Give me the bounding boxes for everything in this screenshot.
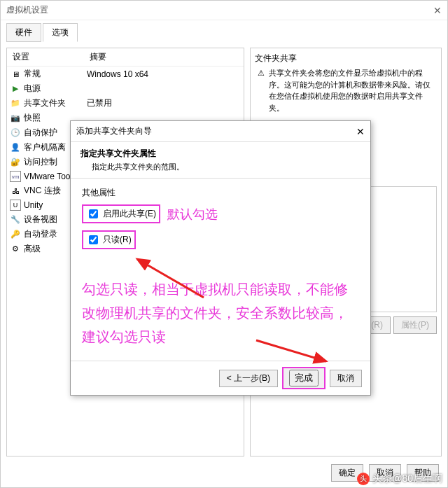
vmware-icon: vm <box>10 171 21 182</box>
wizard-body: 其他属性 启用此共享(E) 默认勾选 只读(R) 勾选只读，相当于虚拟机只能读取… <box>71 179 370 361</box>
list-item-general[interactable]: 🖥常规Windows 10 x64 <box>7 67 244 81</box>
wizard-footer: < 上一步(B) 完成 取消 <box>71 361 370 395</box>
enable-share-highlight: 启用此共享(E) <box>82 204 160 223</box>
user-icon: 👤 <box>10 142 21 153</box>
warning-icon: ⚠ <box>258 67 265 113</box>
wizard-heading: 指定共享文件夹属性 <box>80 148 360 160</box>
enable-share-checkbox[interactable]: 启用此共享(E) <box>83 206 159 222</box>
tab-options[interactable]: 选项 <box>43 23 78 42</box>
list-item-shared-folders[interactable]: 📁共享文件夹已禁用 <box>7 96 244 111</box>
tab-strip: 硬件 选项 <box>1 20 447 42</box>
wizard-title-text: 添加共享文件夹向导 <box>76 125 152 137</box>
desktop-icon: 🖥 <box>10 69 21 80</box>
properties-button[interactable]: 属性(P) <box>393 316 437 334</box>
finish-highlight: 完成 <box>282 367 326 389</box>
wizard-cancel-button[interactable]: 取消 <box>330 370 362 387</box>
window-title: 虚拟机设置 <box>6 4 48 16</box>
back-button[interactable]: < 上一步(B) <box>219 370 278 387</box>
wizard-titlebar: 添加共享文件夹向导 ✕ <box>71 121 370 142</box>
list-header: 设置 摘要 <box>7 48 244 67</box>
header-summary: 摘要 <box>84 48 244 66</box>
watermark: 头 头条@80后生啊 <box>357 473 442 485</box>
close-icon[interactable]: ✕ <box>433 5 442 16</box>
readonly-checkbox[interactable]: 只读(R) <box>83 232 134 248</box>
wrench-icon: 🔧 <box>10 214 21 225</box>
network-icon: 🖧 <box>10 186 21 197</box>
lock-icon: 🔐 <box>10 157 21 168</box>
warning-box: ⚠ 共享文件夹会将您的文件显示给虚拟机中的程序。这可能为您的计算机和数据带来风险… <box>255 67 437 113</box>
readonly-input[interactable] <box>89 235 98 244</box>
enable-share-input[interactable] <box>89 209 98 218</box>
folder-icon: 📁 <box>10 98 21 109</box>
warning-text: 共享文件夹会将您的文件显示给虚拟机中的程序。这可能为您的计算机和数据带来风险。请… <box>269 67 437 113</box>
camera-icon: 📷 <box>10 113 21 124</box>
svg-line-3 <box>256 340 326 361</box>
watermark-text: 头条@80后生啊 <box>372 473 442 485</box>
tab-hardware[interactable]: 硬件 <box>6 23 41 42</box>
unity-icon: U <box>10 200 21 211</box>
header-setting: 设置 <box>7 48 84 66</box>
titlebar: 虚拟机设置 ✕ <box>1 1 447 20</box>
section-title: 文件夹共享 <box>255 53 437 64</box>
wizard-header: 指定共享文件夹属性 指定此共享文件夹的范围。 <box>71 142 370 179</box>
key-icon: 🔑 <box>10 229 21 240</box>
wizard-subheading: 指定此共享文件夹的范围。 <box>92 162 360 172</box>
list-item-power[interactable]: ▶电源 <box>7 81 244 96</box>
readonly-highlight: 只读(R) <box>82 230 136 249</box>
annotation-default-checked: 默认勾选 <box>167 206 218 223</box>
clock-icon: 🕒 <box>10 127 21 139</box>
watermark-icon: 头 <box>357 473 370 485</box>
play-icon: ▶ <box>10 83 21 95</box>
other-attrs-label: 其他属性 <box>82 187 359 199</box>
wizard-close-icon[interactable]: ✕ <box>356 126 365 137</box>
finish-button[interactable]: 完成 <box>289 370 318 386</box>
add-shared-folder-wizard: 添加共享文件夹向导 ✕ 指定共享文件夹属性 指定此共享文件夹的范围。 其他属性 … <box>70 120 371 396</box>
arrow-finish-icon <box>253 337 337 365</box>
gear-icon: ⚙ <box>10 244 21 255</box>
